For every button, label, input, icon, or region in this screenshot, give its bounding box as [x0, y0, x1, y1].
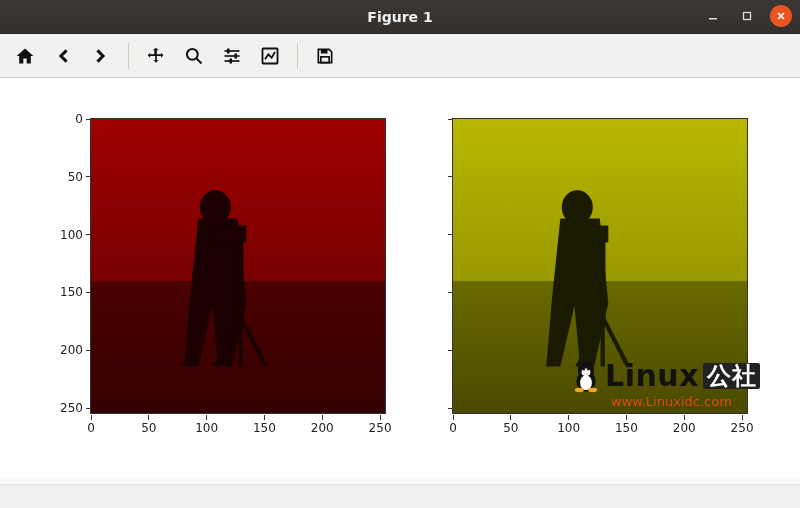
- svg-rect-14: [321, 56, 329, 62]
- window-buttons: [702, 5, 792, 27]
- xtick-label: 100: [192, 421, 222, 435]
- svg-rect-23: [574, 225, 608, 242]
- subplot-1: 050100150200250: [452, 118, 748, 414]
- home-button[interactable]: [8, 39, 42, 73]
- window-titlebar: Figure 1: [0, 0, 800, 34]
- svg-rect-13: [321, 49, 328, 53]
- xtick-label: 100: [554, 421, 584, 435]
- svg-rect-7: [225, 55, 240, 57]
- svg-point-4: [187, 48, 198, 59]
- xtick-label: 0: [438, 421, 468, 435]
- xtick-label: 250: [365, 421, 395, 435]
- save-button[interactable]: [308, 39, 342, 73]
- home-icon: [15, 46, 35, 66]
- subplot-0: 050100150200250050100150200250: [90, 118, 386, 414]
- figure-canvas[interactable]: 050100150200250050100150200250: [0, 78, 800, 478]
- ytick-label: 0: [43, 112, 83, 126]
- svg-rect-10: [235, 53, 238, 58]
- chart-line-icon: [260, 46, 280, 66]
- xtick-label: 200: [307, 421, 337, 435]
- xtick-label: 200: [669, 421, 699, 435]
- pan-icon: [146, 46, 166, 66]
- arrow-left-icon: [53, 46, 73, 66]
- svg-line-5: [197, 58, 202, 63]
- ytick-label: 150: [43, 285, 83, 299]
- mpl-toolbar: [0, 34, 800, 78]
- image-yellow: [453, 119, 747, 413]
- svg-line-18: [240, 317, 265, 366]
- close-button[interactable]: [770, 5, 792, 27]
- forward-button[interactable]: [84, 39, 118, 73]
- arrow-right-icon: [91, 46, 111, 66]
- xtick-label: 0: [76, 421, 106, 435]
- toolbar-separator: [297, 43, 298, 69]
- toolbar-separator: [128, 43, 129, 69]
- svg-rect-6: [225, 50, 240, 52]
- svg-rect-16: [235, 232, 243, 317]
- xtick-label: 150: [611, 421, 641, 435]
- svg-rect-9: [227, 48, 230, 53]
- pan-button[interactable]: [139, 39, 173, 73]
- status-bar: [0, 484, 800, 508]
- sliders-icon: [222, 46, 242, 66]
- svg-rect-22: [597, 232, 605, 317]
- ytick-label: 250: [43, 401, 83, 415]
- ytick-label: 100: [43, 228, 83, 242]
- minimize-button[interactable]: [702, 5, 724, 27]
- svg-line-24: [602, 317, 627, 366]
- xtick-label: 50: [134, 421, 164, 435]
- svg-rect-0: [709, 18, 717, 20]
- ytick-label: 200: [43, 343, 83, 357]
- maximize-button[interactable]: [736, 5, 758, 27]
- zoom-button[interactable]: [177, 39, 211, 73]
- svg-rect-1: [744, 13, 751, 20]
- back-button[interactable]: [46, 39, 80, 73]
- xtick-label: 50: [496, 421, 526, 435]
- zoom-icon: [184, 46, 204, 66]
- edit-axes-button[interactable]: [253, 39, 287, 73]
- ytick-label: 50: [43, 170, 83, 184]
- configure-subplots-button[interactable]: [215, 39, 249, 73]
- svg-rect-17: [212, 225, 246, 242]
- save-icon: [315, 46, 335, 66]
- xtick-label: 150: [249, 421, 279, 435]
- image-red: [91, 119, 385, 413]
- svg-rect-11: [230, 58, 233, 63]
- xtick-label: 250: [727, 421, 757, 435]
- window-title: Figure 1: [367, 9, 432, 25]
